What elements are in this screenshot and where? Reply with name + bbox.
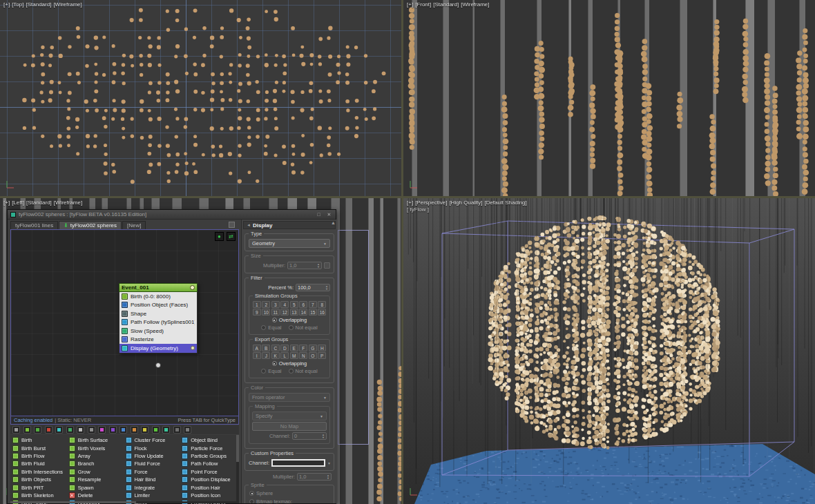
depot-item[interactable]: Fluid Force: [126, 460, 181, 467]
depot-item[interactable]: Birth: [12, 436, 68, 444]
viewport-label-segment[interactable]: [Default Shading]: [484, 200, 526, 206]
size-multiplier-spinner[interactable]: 1,0 ▲▼: [287, 262, 322, 269]
event-operator-row[interactable]: Display (Geometry): [119, 344, 197, 353]
export-group-button[interactable]: C: [271, 345, 280, 351]
depot-item[interactable]: Particle Groups: [182, 452, 237, 460]
sim-group-button[interactable]: 14: [299, 309, 307, 316]
sim-group-button[interactable]: 10: [262, 309, 270, 316]
color-source-dropdown[interactable]: From operator▼: [249, 393, 330, 402]
record-icon[interactable]: [66, 426, 74, 434]
event-operator-row[interactable]: Birth (0-0: 8000): [119, 292, 197, 301]
front-viewport-canvas[interactable]: [403, 0, 815, 196]
viewport-label-segment[interactable]: [+]: [3, 200, 10, 206]
sim-overlapping-radio[interactable]: Overlapping: [272, 317, 307, 323]
viewport-label-segment[interactable]: [Wireframe]: [461, 1, 489, 8]
sim-group-button[interactable]: 2: [262, 301, 270, 308]
event-operator-row[interactable]: Slow (Speed): [119, 327, 197, 336]
mapping-dropdown[interactable]: Specify▼: [252, 411, 327, 420]
export-group-button[interactable]: I: [253, 352, 261, 359]
export-group-button[interactable]: G: [309, 345, 317, 351]
depot-vertical-scrollbar[interactable]: [236, 435, 239, 502]
sim-group-button[interactable]: 12: [280, 309, 289, 316]
depot-horizontal-scrollbar[interactable]: [10, 501, 239, 503]
maximize-button[interactable]: □: [315, 211, 323, 218]
export-group-button[interactable]: H: [318, 345, 326, 351]
sim-group-button[interactable]: 6: [299, 301, 307, 308]
perspective-viewport-canvas[interactable]: [403, 198, 815, 504]
export-group-button[interactable]: A: [253, 345, 261, 351]
depot-item[interactable]: Array: [69, 452, 124, 460]
disable-icon[interactable]: [173, 426, 181, 434]
depot-item[interactable]: Path Follow: [182, 460, 237, 467]
editor-tab[interactable]: tyFlow001 lines: [10, 221, 58, 229]
viewport-label-segment[interactable]: [Wireframe]: [53, 1, 82, 8]
event-operator-row[interactable]: Rasterize: [119, 336, 197, 345]
spinner-arrows-icon[interactable]: ▲▼: [325, 285, 328, 289]
sim-equal-radio[interactable]: Equal: [261, 324, 281, 331]
depot-item[interactable]: Limiter: [126, 492, 181, 499]
viewport-label-segment[interactable]: [+]: [3, 1, 10, 8]
node-editor-canvas[interactable]: ● ⇄ Event_001 Birth (0-0: 8000)Position …: [10, 229, 239, 416]
depot-item[interactable]: Birth Fluid: [12, 460, 68, 467]
display-rollout-header[interactable]: ◄ Display: [243, 221, 336, 229]
viewport-label-segment[interactable]: [Top]: [12, 1, 23, 8]
depot-item[interactable]: Grow: [69, 468, 124, 476]
sim-group-button[interactable]: 15: [309, 309, 317, 316]
close-button[interactable]: ✕: [325, 211, 333, 218]
viewport-label-segment[interactable]: [Standard]: [26, 1, 51, 8]
spinner-arrows-icon[interactable]: ▲▼: [327, 474, 329, 478]
depot-item[interactable]: Integrate: [126, 483, 181, 491]
depot-item[interactable]: Birth Objects: [12, 476, 68, 483]
top-viewport[interactable]: [+][Top][Standard][Wireframe]: [0, 0, 401, 196]
sprite-bitmap-radio[interactable]: Bitmap texmap:: [249, 498, 329, 503]
event-create-icon[interactable]: [23, 426, 31, 434]
depot-item[interactable]: Point Force: [182, 468, 237, 476]
viewport-label-segment[interactable]: [Wireframe]: [54, 200, 82, 206]
panel-scroll-up-icon[interactable]: ▲: [331, 220, 336, 225]
depot-item[interactable]: Cluster Force: [126, 436, 181, 444]
sim-group-button[interactable]: 11: [271, 309, 280, 316]
depot-item[interactable]: Flow Update: [126, 452, 181, 460]
viewport-label-segment[interactable]: [High Quality]: [449, 200, 482, 206]
depot-item[interactable]: Birth Surface: [69, 436, 124, 444]
map-channel-spinner[interactable]: 0 ▲▼: [292, 432, 327, 440]
depot-item[interactable]: Particle Force: [182, 444, 237, 452]
options-icon[interactable]: [184, 426, 191, 434]
viewport-label-segment[interactable]: [Left]: [12, 200, 24, 206]
viewport-label-segment[interactable]: [+]: [407, 200, 413, 206]
color-group-green-icon[interactable]: [152, 426, 160, 434]
export-equal-radio[interactable]: Equal: [261, 368, 281, 374]
add-icon[interactable]: [55, 426, 63, 434]
sprite-sphere-radio[interactable]: Sphere: [249, 490, 329, 496]
export-group-button[interactable]: K: [271, 352, 280, 359]
type-dropdown[interactable]: Geometry▼: [249, 239, 330, 248]
perspective-viewport[interactable]: [+][Perspective][High Quality][Default S…: [403, 198, 815, 504]
status-dot-icon[interactable]: ●: [215, 232, 224, 241]
depot-item[interactable]: Position Icon: [182, 492, 237, 499]
viewport-label-segment[interactable]: [Front]: [415, 1, 431, 8]
export-group-button[interactable]: N: [299, 352, 307, 359]
sim-group-button[interactable]: 1: [253, 301, 261, 308]
export-group-button[interactable]: B: [262, 345, 270, 351]
front-viewport[interactable]: [+][Front][Standard][Wireframe]: [403, 0, 815, 196]
export-group-button[interactable]: P: [318, 352, 326, 359]
export-group-button[interactable]: J: [262, 352, 270, 359]
sim-group-button[interactable]: 13: [290, 309, 298, 316]
export-group-button[interactable]: E: [290, 345, 298, 351]
delete-icon[interactable]: [45, 426, 52, 434]
depot-item[interactable]: Hair Bind: [126, 476, 181, 483]
editor-titlebar[interactable]: tyFlow002 spheres : [tyFlow BETA v0.1613…: [8, 210, 336, 220]
depot-item[interactable]: Birth PRT: [12, 483, 68, 491]
refresh-icon[interactable]: ⇄: [227, 232, 236, 241]
depot-item[interactable]: Resample: [69, 476, 124, 483]
depot-item[interactable]: Branch: [69, 460, 124, 467]
depot-item[interactable]: Object Bind: [182, 436, 237, 444]
color-group-blue-icon[interactable]: [119, 426, 127, 434]
depot-item[interactable]: ✕Delete: [69, 492, 124, 499]
top-viewport-canvas[interactable]: [0, 0, 401, 196]
sim-group-button[interactable]: 5: [290, 301, 298, 308]
event-output-connector[interactable]: [155, 362, 161, 368]
percent-spinner[interactable]: 100,0 ▲▼: [296, 284, 330, 291]
color-group-yellow-icon[interactable]: [141, 426, 148, 434]
spinner-arrows-icon[interactable]: ▲▼: [322, 434, 325, 438]
